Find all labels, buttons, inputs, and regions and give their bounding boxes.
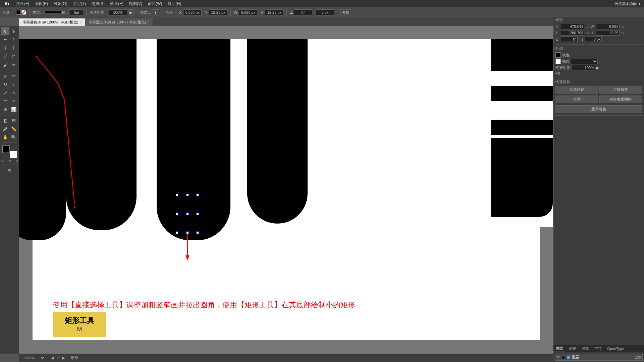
menu-text[interactable]: 文字(T) — [70, 0, 89, 7]
canvas-area[interactable]: 使用【直接选择工具】调整加粗竖笔画并拉出圆角，使用【矩形工具】在其底部绘制小的矩… — [19, 26, 553, 354]
shear-tool-btn[interactable]: ⤡ — [10, 88, 18, 97]
tab-0[interactable]: 小墨讲稿.ai @ 1200% (RGB/预览) × — [19, 18, 85, 26]
mesh-tool-btn[interactable]: ⊞ — [10, 116, 18, 124]
y-coord-input[interactable] — [209, 9, 227, 15]
curvature-tool-btn[interactable]: ⌇ — [10, 36, 18, 44]
line-tools-row: ╱ □ — [1, 52, 18, 60]
gradient-tool-btn[interactable]: ◧ — [1, 116, 9, 124]
style-btn[interactable]: ▼ — [152, 9, 159, 15]
scale-tool-btn[interactable]: ⤢ — [1, 88, 9, 97]
h-prop-input[interactable] — [596, 30, 620, 36]
x-prop-input[interactable] — [561, 24, 584, 29]
menu-file[interactable]: 文件(F) — [13, 0, 32, 7]
direct-selection-tool-btn[interactable] — [10, 27, 18, 35]
handle-bl — [176, 231, 178, 234]
pixel-grid-btn[interactable]: 对齐像素网格 — [599, 96, 642, 103]
stroke-color-box[interactable] — [555, 59, 561, 64]
tab-0-close[interactable]: × — [79, 20, 82, 24]
offset-input[interactable] — [316, 9, 334, 15]
opacity-input[interactable]: 100% — [109, 9, 127, 15]
menu-view[interactable]: 视图(V) — [126, 0, 145, 7]
expand-shape-btn[interactable]: 扩展形状 — [599, 86, 642, 94]
hand-tool-btn[interactable]: ✋ — [1, 133, 9, 141]
angle-prop-input[interactable] — [561, 37, 578, 42]
next-artboard-btn[interactable]: ▶ — [62, 355, 65, 360]
pencil-tool-btn[interactable]: ✏ — [10, 61, 18, 69]
h-input[interactable] — [265, 9, 283, 15]
w-input[interactable] — [239, 9, 257, 15]
screen-mode-btn[interactable]: ⊡ — [6, 166, 14, 174]
type-touch-btn[interactable]: T̃ — [10, 44, 18, 52]
tab-1[interactable]: 小墨源文件.ai @ 100% (RGB/预览) × — [85, 18, 153, 26]
menu-edit[interactable]: 编辑(E) — [32, 0, 51, 7]
w-prop-input[interactable] — [596, 24, 620, 29]
foreground-color-swatch[interactable] — [2, 145, 10, 153]
layer-color-indicator — [567, 356, 570, 359]
eyedrop-tool-btn[interactable]: 💉 — [1, 125, 9, 133]
bottom-tab-opentype[interactable]: OpenType — [604, 345, 627, 352]
fill-swatch-area[interactable] — [15, 10, 27, 15]
fill-color-swatch[interactable] — [16, 10, 21, 15]
fill-color-box[interactable] — [555, 52, 561, 58]
transform-btn[interactable]: 变换 — [340, 9, 351, 15]
menu-window[interactable]: 窗口(W) — [145, 0, 165, 7]
type-tool-btn[interactable]: T — [1, 44, 9, 52]
stroke-label: 描边： — [33, 10, 44, 15]
tab-1-close[interactable]: × — [148, 20, 150, 24]
menu-select[interactable]: 选择(S) — [89, 0, 107, 7]
arrange-btn[interactable]: 排列 — [555, 96, 598, 103]
warp-tools-row: 〜 ⧄ — [1, 97, 18, 105]
h-field-area: H: — [260, 9, 284, 15]
stroke-ap-label: 描边 — [562, 59, 570, 64]
recolor-btn[interactable]: 重新着色 — [555, 105, 642, 113]
zoom-tool-btn[interactable]: 🔍 — [10, 133, 18, 141]
x-field-area: X: 6.583 px — [178, 9, 203, 15]
bottom-tab-paragraph[interactable]: 段落 — [579, 345, 592, 352]
chart-tool-btn[interactable]: 📊 — [10, 105, 18, 113]
color-mode-btn[interactable]: □ — [0, 159, 6, 163]
freeform-tool-btn[interactable]: ⧄ — [10, 97, 18, 105]
stroke-weight-input[interactable] — [70, 9, 83, 15]
background-color-swatch[interactable] — [10, 151, 17, 158]
tooltip-shortcut: M — [77, 326, 82, 333]
tool-name-label: 形形 — [2, 10, 10, 15]
angle-input[interactable] — [294, 9, 312, 15]
menu-effect[interactable]: 效果(E) — [107, 0, 126, 7]
menu-help[interactable]: 帮助(H) — [165, 0, 184, 7]
bottom-tab-character[interactable]: 字符 — [592, 345, 604, 352]
y-prop-input[interactable] — [561, 30, 584, 36]
opacity-expand-btn[interactable]: ▶ — [596, 66, 599, 70]
x-coord-input[interactable]: 6.583 px — [183, 9, 202, 15]
rotate-tool-btn[interactable]: ↻ — [1, 80, 9, 88]
paintbrush-tool-btn[interactable]: 🖌 — [1, 61, 9, 69]
reflect-tool-btn[interactable]: ↕ — [10, 80, 18, 88]
offset-path-btn[interactable]: 位移路径 — [555, 86, 598, 94]
prev-artboard-btn[interactable]: ◀ — [51, 355, 54, 360]
blend-tool-btn[interactable]: ⊗ — [1, 105, 9, 113]
opacity-ap-input[interactable]: 100% — [572, 65, 595, 70]
layer-1-row[interactable]: 👁 ▶ 图层 1 100 — [555, 354, 643, 361]
selection-tool-btn[interactable] — [1, 27, 9, 35]
line-tool-btn[interactable]: ╱ — [1, 52, 9, 60]
layer-eye-icon[interactable]: 👁 — [556, 355, 561, 360]
warp-tool-btn[interactable]: 〜 — [1, 97, 9, 105]
scale-tools-row: ⤢ ⤡ — [1, 88, 18, 97]
rect-tool-btn[interactable]: □ — [10, 52, 18, 60]
scissors-tool-btn[interactable]: ✂ — [10, 72, 18, 80]
layer-expand-icon[interactable]: ▶ — [562, 355, 566, 360]
eraser-tool-btn[interactable]: ⌀ — [1, 72, 9, 80]
opacity-more-btn[interactable]: ▶ — [128, 9, 134, 15]
color-swatches[interactable] — [2, 145, 17, 158]
stroke-type-select[interactable]: — - - - — [571, 59, 598, 64]
zoom-select[interactable]: 1200% — [22, 356, 45, 360]
no-fill-btn[interactable]: ⊘ — [13, 159, 20, 163]
offset-prop-input[interactable] — [585, 37, 602, 42]
bottom-tab-layers[interactable]: 图层 — [553, 345, 566, 352]
measure-tool-btn[interactable]: 📏 — [10, 125, 18, 133]
bottom-tab-artboards[interactable]: 画板 — [566, 345, 579, 352]
stroke-color-swatch[interactable] — [21, 10, 26, 15]
small-rect-selected[interactable] — [177, 194, 198, 233]
menu-object[interactable]: 对象(O) — [51, 0, 70, 7]
pen-tool-btn[interactable]: ✒ — [1, 36, 9, 44]
gradient-fill-btn[interactable]: ◻ — [6, 159, 13, 163]
